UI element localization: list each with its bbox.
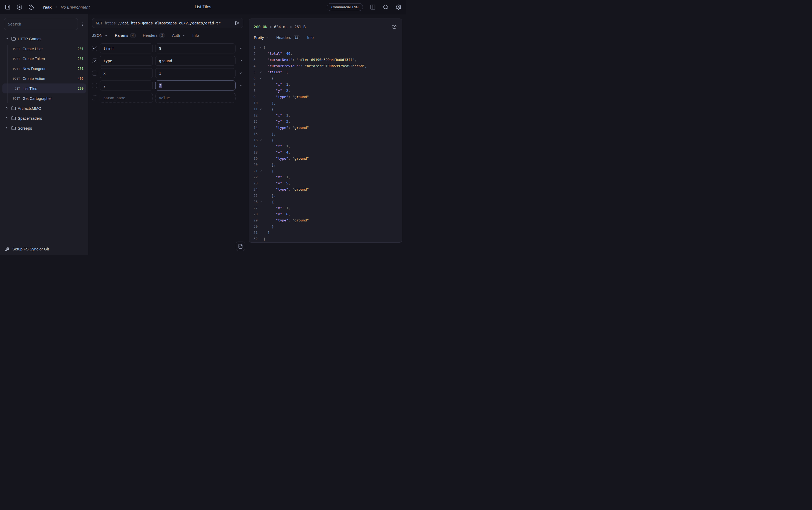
chevron-right-icon[interactable] [3, 126, 10, 130]
workspace-name[interactable]: Yaak [42, 5, 52, 9]
param-enabled-checkbox[interactable] [92, 95, 97, 100]
param-value-input[interactable]: 1 [155, 68, 235, 78]
request-tab-headers[interactable]: Headers2 [143, 33, 165, 38]
code-text: { [263, 199, 274, 205]
code-line: 13 "y": 3, [249, 118, 402, 124]
search-input[interactable] [4, 18, 78, 30]
request-tab-auth[interactable]: Auth [172, 33, 185, 37]
param-enabled-checkbox[interactable] [92, 58, 97, 63]
code-line: 17 "x": 1, [249, 143, 402, 149]
param-value-input[interactable]: ground [155, 56, 235, 66]
sidebar-menu-icon[interactable] [80, 21, 85, 28]
line-number: 3 [249, 57, 258, 63]
param-value-dropdown-icon[interactable] [238, 71, 243, 75]
param-name-input[interactable]: x [99, 68, 153, 78]
split-layout-icon[interactable] [370, 4, 376, 10]
sidebar-item-create-action[interactable]: POSTCreate Action406 [2, 73, 86, 84]
code-line: 26 { [249, 199, 402, 205]
status-code-badge: 201 [78, 67, 84, 70]
param-enabled-checkbox[interactable] [92, 83, 97, 88]
fold-chevron-icon[interactable] [258, 200, 263, 203]
request-tab-params[interactable]: Params4 [115, 33, 136, 38]
send-request-icon[interactable] [233, 20, 240, 27]
fold-chevron-icon[interactable] [258, 70, 263, 73]
code-line: 11 { [249, 106, 402, 112]
chevron-down-icon [105, 34, 108, 37]
line-number: 8 [249, 88, 258, 94]
code-line: 20 }, [249, 161, 402, 168]
request-method-label: POST [10, 47, 20, 51]
sidebar-toggle-icon[interactable] [4, 4, 11, 10]
folder-icon [10, 36, 17, 41]
line-number: 29 [249, 217, 258, 223]
sidebar-item-label: SpaceTraders [18, 116, 86, 121]
line-number: 10 [249, 100, 258, 106]
response-tab-pretty[interactable]: Pretty [254, 35, 269, 40]
add-request-icon[interactable] [16, 4, 23, 10]
response-panel: 200 OK 634 ms 261 B PrettyHeaders12Info … [249, 19, 402, 243]
environment-selector[interactable]: No Environment [61, 5, 90, 9]
sidebar-folder-screeps[interactable]: Screeps [2, 123, 86, 133]
fold-chevron-icon[interactable] [258, 139, 263, 142]
request-tab-json[interactable]: JSON [92, 33, 108, 37]
url-scheme: https:// [105, 21, 122, 25]
response-status-row: 200 OK 634 ms 261 B [249, 19, 402, 30]
sidebar-item-create-token[interactable]: POSTCreate Token201 [2, 54, 86, 64]
url-path: api.http-games.almostapps.eu/v1/games/gr… [122, 21, 221, 25]
param-value-input[interactable]: Value [155, 93, 235, 103]
fold-chevron-icon[interactable] [258, 77, 263, 80]
sidebar-item-label: HTTP Games [18, 37, 86, 41]
chevron-right-icon[interactable] [3, 117, 10, 120]
url-bar[interactable]: GET https://api.http-games.almostapps.eu… [92, 18, 243, 28]
fold-chevron-icon[interactable] [258, 169, 263, 172]
code-text: }, [263, 161, 276, 168]
setup-sync-label: Setup FS Sync or Git [12, 247, 49, 251]
line-number: 24 [249, 186, 258, 192]
status-code-badge: 200 [78, 87, 84, 90]
param-name-input[interactable]: type [99, 56, 153, 66]
param-enabled-checkbox[interactable] [92, 46, 97, 51]
cookie-icon[interactable] [28, 4, 34, 10]
search-icon[interactable] [382, 4, 389, 10]
code-text: { [263, 106, 274, 112]
sidebar-item-new-dungeon[interactable]: POSTNew Dungeon201 [2, 64, 86, 73]
sidebar-folder-spacetraders[interactable]: SpaceTraders [2, 113, 86, 123]
history-icon[interactable] [391, 23, 398, 30]
request-tab-info[interactable]: Info [193, 33, 199, 37]
code-line: 25 }, [249, 192, 402, 199]
param-value-input[interactable]: 5 [155, 43, 235, 53]
code-text: }, [263, 131, 276, 137]
code-line: 12 "x": 1, [249, 112, 402, 118]
sidebar-folder-http-games[interactable]: HTTP Games [2, 34, 86, 44]
line-number: 7 [249, 81, 258, 88]
response-tab-headers[interactable]: Headers12 [276, 35, 300, 40]
sidebar-folder-artifactsmmo[interactable]: ArtifactsMMO [2, 103, 86, 113]
param-value-dropdown-icon[interactable] [238, 84, 243, 87]
param-value-dropdown-icon[interactable] [238, 59, 243, 63]
chevron-right-icon[interactable] [3, 107, 10, 110]
response-body-file-icon[interactable] [236, 242, 245, 251]
param-value-dropdown-icon[interactable] [238, 47, 243, 50]
line-number: 26 [249, 199, 258, 205]
response-tab-info[interactable]: Info [307, 35, 314, 40]
sidebar-item-label: Create Token [23, 57, 78, 61]
sidebar-item-get-cartographer[interactable]: POSTGet Cartographer [2, 93, 86, 103]
settings-gear-icon[interactable] [395, 4, 402, 10]
topbar-left-group: Yaak No Environment [4, 4, 90, 10]
param-name-input[interactable]: limit [99, 43, 153, 53]
chevron-down-icon[interactable] [3, 37, 10, 40]
fold-chevron-icon[interactable] [258, 108, 263, 111]
param-name-input[interactable]: y [99, 81, 153, 90]
url-input[interactable]: https://api.http-games.almostapps.eu/v1/… [105, 21, 233, 25]
sidebar-item-list-tiles[interactable]: GETList Tiles200 [2, 84, 86, 93]
commercial-trial-button[interactable]: Commercial Trial [327, 3, 363, 11]
line-number: 17 [249, 143, 258, 149]
sidebar-item-create-user[interactable]: POSTCreate User201 [2, 44, 86, 54]
param-enabled-checkbox[interactable] [92, 70, 97, 76]
param-value-input[interactable]: 2 [155, 81, 235, 90]
setup-sync-button[interactable]: Setup FS Sync or Git [0, 243, 88, 255]
fold-chevron-icon[interactable] [258, 46, 263, 49]
status-code-badge: 406 [78, 77, 84, 81]
tab-label: Auth [172, 33, 180, 37]
param-name-input[interactable]: param_name [99, 93, 153, 103]
